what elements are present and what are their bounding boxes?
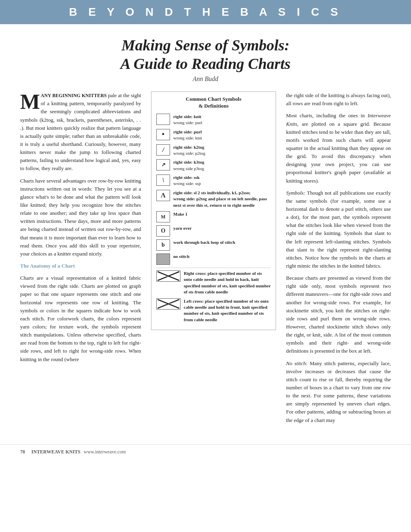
main-content: Making Sense of Symbols: A Guide to Read… bbox=[0, 24, 411, 441]
charts-advantages-para: Charts have several advantages over row-… bbox=[20, 177, 141, 258]
no-stitch-desc: no stitch bbox=[173, 254, 189, 260]
chart-symbols-box: Common Chart Symbols & Definitions right… bbox=[151, 91, 276, 330]
cable-right-desc: Right cross: place specified number of s… bbox=[184, 270, 271, 295]
article-title: Making Sense of Symbols: A Guide to Read… bbox=[20, 36, 391, 73]
tbl-desc: work through back loop of stitch bbox=[173, 239, 235, 245]
footer-page-number: 78 bbox=[20, 449, 25, 455]
left-text-column: MANY BEGINNING KNITTERS pale at the sigh… bbox=[20, 91, 141, 428]
knit-desc: right side: knitwrong side: purl bbox=[173, 114, 202, 126]
yo-desc: yarn over bbox=[173, 225, 192, 231]
chart-row-cable-right: Right cross: place specified number of s… bbox=[156, 270, 271, 295]
make1-symbol: M bbox=[156, 211, 170, 222]
chart-row-yo: O yarn over bbox=[156, 225, 271, 237]
tbl-symbol: b bbox=[156, 239, 170, 251]
chart-row-cable-left: Left cross: place specified number of st… bbox=[156, 298, 271, 323]
no-stitch-symbol bbox=[156, 254, 170, 265]
chart-row-k2tog: / right side: k2togwrong side: p2tog bbox=[156, 144, 271, 157]
article-title-block: Making Sense of Symbols: A Guide to Read… bbox=[20, 36, 391, 73]
footer-website: www.interweave.com bbox=[84, 449, 126, 455]
article-full-layout: MANY BEGINNING KNITTERS pale at the sigh… bbox=[20, 91, 391, 428]
k3tog-symbol: ↗ bbox=[156, 159, 170, 170]
k2tog-symbol: / bbox=[156, 144, 170, 156]
lambda-desc: right side: sl 2 sts individually, k1, p… bbox=[173, 190, 271, 208]
k2tog-desc: right side: k2togwrong side: p2tog bbox=[173, 144, 205, 157]
cable-left-svg bbox=[157, 299, 180, 309]
dropcap: M bbox=[20, 94, 40, 110]
chart-row-k3tog: ↗ right side: k3togwrong side p3tog bbox=[156, 159, 271, 172]
intro-paragraph: MANY BEGINNING KNITTERS pale at the sigh… bbox=[20, 91, 141, 258]
right-text-column: the right side of the knitting is always… bbox=[286, 91, 391, 428]
right-intro-para: the right side of the knitting is always… bbox=[286, 91, 391, 108]
purl-desc: right side: purlwrong side: knit bbox=[173, 129, 202, 141]
footer-publication: INTERWEAVE KNITS bbox=[31, 449, 81, 455]
chart-box-title: Common Chart Symbols & Definitions bbox=[156, 96, 271, 110]
header-title: B E Y O N D T H E B A S I C S bbox=[0, 6, 411, 19]
because-charts-para: Because charts are presented as viewed f… bbox=[286, 274, 391, 355]
make1-desc: Make 1 bbox=[173, 211, 187, 217]
chart-column: Common Chart Symbols & Definitions right… bbox=[149, 91, 278, 428]
footer: 78 INTERWEAVE KNITS www.interweave.com bbox=[0, 445, 411, 459]
lambda-symbol: Λ bbox=[156, 190, 170, 201]
article-author: Ann Budd bbox=[20, 75, 391, 83]
cable-right-symbol bbox=[156, 270, 181, 282]
no-stitch-para: No stitch: Many stitch patterns, especia… bbox=[286, 360, 391, 424]
right-charts-para: Most charts, including the ones in Inter… bbox=[286, 112, 391, 185]
cable-left-desc: Left cross: place specified number of st… bbox=[184, 298, 271, 323]
anatomy-para: Charts are a visual representation of a … bbox=[20, 274, 141, 364]
symbols-para: Symbols: Though not all publications use… bbox=[286, 189, 391, 270]
intro-caps: ANY BEGINNING KNITTERS bbox=[41, 93, 107, 98]
yo-symbol: O bbox=[156, 225, 170, 237]
chart-row-ssk: \ right side: sskwrong side: ssp bbox=[156, 175, 271, 187]
ssk-symbol: \ bbox=[156, 175, 170, 186]
chart-row-make1: M Make 1 bbox=[156, 211, 271, 222]
ssk-desc: right side: sskwrong side: ssp bbox=[173, 175, 201, 187]
chart-row-no-stitch: no stitch bbox=[156, 254, 271, 265]
anatomy-heading: The Anatomy of a Chart bbox=[20, 262, 141, 270]
purl-symbol: • bbox=[156, 129, 170, 140]
chart-row-knit: right side: knitwrong side: purl bbox=[156, 114, 271, 126]
chart-row-tbl: b work through back loop of stitch bbox=[156, 239, 271, 251]
knit-symbol bbox=[156, 114, 170, 125]
anatomy-section: The Anatomy of a Chart Charts are a visu… bbox=[20, 262, 141, 364]
chart-row-lambda: Λ right side: sl 2 sts individually, k1,… bbox=[156, 190, 271, 208]
chart-row-purl: • right side: purlwrong side: knit bbox=[156, 129, 271, 141]
header-banner: B E Y O N D T H E B A S I C S bbox=[0, 0, 411, 24]
right-col-text: the right side of the knitting is always… bbox=[286, 91, 391, 424]
k3tog-desc: right side: k3togwrong side p3tog bbox=[173, 159, 204, 172]
cable-right-svg bbox=[157, 271, 180, 281]
chart-divider bbox=[156, 268, 271, 268]
cable-left-symbol bbox=[156, 298, 181, 310]
